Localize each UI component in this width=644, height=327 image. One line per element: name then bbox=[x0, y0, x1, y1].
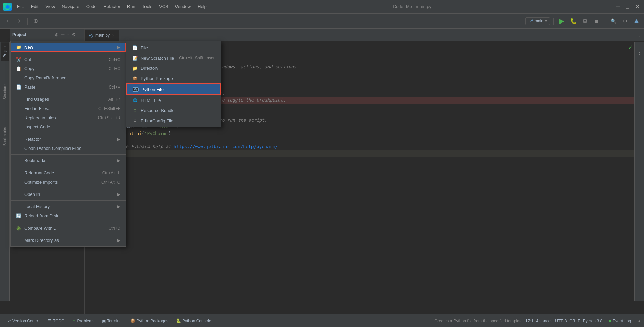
menu-view[interactable]: View bbox=[43, 3, 58, 11]
menu-help[interactable]: Help bbox=[195, 3, 210, 11]
minimize-button[interactable]: ─ bbox=[615, 3, 622, 10]
submenu-file-label: File bbox=[141, 45, 148, 50]
menu-item-paste[interactable]: 📄 Paste Ctrl+V bbox=[11, 82, 126, 92]
bookmarks-arrow: ▶ bbox=[117, 158, 120, 163]
copy-shortcut: Ctrl+C bbox=[109, 66, 120, 71]
menu-item-open-in[interactable]: Open In ▶ bbox=[11, 190, 126, 199]
menu-item-reformat[interactable]: Reformat Code Ctrl+Alt+L bbox=[11, 168, 126, 177]
menu-item-refactor[interactable]: Refactor ▶ bbox=[11, 135, 126, 144]
settings-button[interactable]: ⚙ bbox=[620, 16, 630, 26]
menu-item-copy[interactable]: 📋 Copy Ctrl+C bbox=[11, 64, 126, 73]
panel-sort-icon[interactable]: ↕ bbox=[67, 32, 70, 37]
menu-item-local-history[interactable]: Local History ▶ bbox=[11, 202, 126, 211]
event-log-button[interactable]: Event Log bbox=[605, 317, 634, 325]
toolbar-settings-button[interactable] bbox=[31, 16, 41, 26]
tab-mainpy[interactable]: Py main.py ✕ bbox=[85, 30, 119, 41]
coverage-button[interactable] bbox=[580, 16, 590, 26]
structure-tab[interactable]: Structure bbox=[1, 81, 9, 103]
version-control-tab[interactable]: ⎇ Version Control bbox=[3, 317, 44, 325]
search-everywhere-button[interactable]: 🔍 bbox=[609, 16, 618, 26]
submenu-item-editorconfig[interactable]: ⚙ EditorConfig File bbox=[126, 115, 221, 126]
menu-edit[interactable]: Edit bbox=[28, 3, 41, 11]
submenu-editorconfig-label: EditorConfig File bbox=[141, 118, 173, 123]
new-arrow: ▶ bbox=[117, 45, 120, 50]
menu-file[interactable]: File bbox=[14, 3, 27, 11]
menu-item-find-files[interactable]: Find in Files... Ctrl+Shift+F bbox=[11, 104, 126, 113]
find-files-label: Find in Files... bbox=[24, 106, 52, 111]
terminal-tab[interactable]: ▣ Terminal bbox=[98, 317, 126, 325]
menu-code[interactable]: Code bbox=[83, 3, 99, 11]
submenu-item-file[interactable]: 📄 File bbox=[126, 43, 221, 53]
toolbar-forward-button[interactable] bbox=[14, 16, 24, 26]
python-console-tab[interactable]: 🐍 Python Console bbox=[172, 317, 215, 325]
menu-item-reload-disk[interactable]: 🔄 Reload from Disk bbox=[11, 211, 126, 220]
python-packages-tab[interactable]: 📦 Python Packages bbox=[127, 317, 172, 325]
menu-window[interactable]: Window bbox=[172, 3, 194, 11]
left-side-tabs: Project Structure Bookmarks bbox=[0, 42, 10, 301]
close-button[interactable]: ✕ bbox=[634, 3, 641, 10]
menu-item-optimize-imports[interactable]: Optimize Imports Ctrl+Alt+O bbox=[11, 177, 126, 187]
project-panel-header: Project ⊕ ☰ ↕ ⚙ ─ bbox=[10, 29, 84, 41]
menu-item-inspect[interactable]: Inspect Code... bbox=[11, 122, 126, 131]
menu-item-copy-path[interactable]: Copy Path/Reference... bbox=[11, 73, 126, 82]
toolbar-expand-button[interactable] bbox=[43, 16, 52, 26]
updates-button[interactable] bbox=[632, 16, 641, 26]
maximize-button[interactable]: □ bbox=[624, 3, 631, 10]
copy-path-label: Copy Path/Reference... bbox=[24, 75, 70, 80]
todo-tab[interactable]: ☰ TODO bbox=[44, 317, 68, 325]
expand-status-icon[interactable]: ▲ bbox=[637, 318, 641, 323]
new-label: New bbox=[24, 45, 33, 50]
replace-files-shortcut: Ctrl+Shift+R bbox=[98, 115, 120, 120]
branch-icon: ⎇ bbox=[528, 19, 533, 24]
submenu-item-python-file[interactable]: Py Python File bbox=[126, 83, 221, 95]
menu-item-cut[interactable]: ✂️ Cut Ctrl+X bbox=[11, 55, 126, 64]
panel-minimize-icon[interactable]: ─ bbox=[78, 32, 81, 37]
tab-more-button[interactable]: ⋮ bbox=[637, 35, 644, 41]
menu-item-replace-files[interactable]: Replace in Files... Ctrl+Shift+R bbox=[11, 113, 126, 122]
menu-item-new[interactable]: 📁 New ▶ bbox=[11, 43, 126, 52]
panel-list-icon[interactable]: ☰ bbox=[61, 32, 65, 37]
version-control-label: Version Control bbox=[12, 318, 40, 323]
menu-item-find-usages[interactable]: Find Usages Alt+F7 bbox=[11, 95, 126, 104]
menu-tools[interactable]: Tools bbox=[139, 3, 155, 11]
problems-tab[interactable]: ⚠ Problems bbox=[69, 317, 98, 325]
menu-item-bookmarks[interactable]: Bookmarks ▶ bbox=[11, 156, 126, 165]
copy-icon: 📋 bbox=[16, 66, 21, 71]
compare-icon: ✳️ bbox=[16, 225, 21, 231]
stop-button[interactable]: ⏹ bbox=[592, 16, 601, 26]
editorconfig-icon: ⚙ bbox=[132, 118, 138, 124]
submenu-item-scratch[interactable]: 📝 New Scratch File Ctrl+Alt+Shift+Insert bbox=[126, 53, 221, 63]
toolbar-back-button[interactable] bbox=[3, 16, 12, 26]
compare-label: Compare With... bbox=[24, 225, 56, 231]
submenu-item-directory[interactable]: 📁 Directory bbox=[126, 63, 221, 73]
python-file-icon: Py bbox=[133, 86, 139, 92]
find-usages-label: Find Usages bbox=[24, 97, 49, 102]
problems-icon: ⚠ bbox=[72, 318, 76, 323]
todo-icon: ☰ bbox=[48, 318, 51, 323]
submenu-item-html[interactable]: 🌐 HTML File bbox=[126, 95, 221, 105]
menu-refactor[interactable]: Refactor bbox=[101, 3, 123, 11]
notifications-tab[interactable]: ⋮ bbox=[634, 45, 644, 59]
svg-marker-7 bbox=[634, 19, 639, 23]
title-bar: File Edit View Navigate Code Refactor Ru… bbox=[0, 0, 644, 14]
menu-item-mark-directory[interactable]: Mark Directory as ▶ bbox=[11, 236, 126, 245]
branch-name: main bbox=[535, 19, 543, 24]
menu-item-compare[interactable]: ✳️ Compare With... Ctrl+D bbox=[11, 223, 126, 233]
project-tab[interactable]: Project bbox=[1, 42, 9, 61]
tab-close-button[interactable]: ✕ bbox=[112, 34, 114, 37]
toolbar-separator-3 bbox=[605, 18, 605, 25]
mark-dir-arrow: ▶ bbox=[117, 238, 120, 243]
bookmarks-tab[interactable]: Bookmarks bbox=[1, 124, 9, 149]
cut-shortcut: Ctrl+X bbox=[109, 57, 120, 62]
menu-item-clean-compiled[interactable]: Clean Python Compiled Files bbox=[11, 144, 126, 153]
debug-button[interactable]: 🐛 bbox=[569, 16, 578, 26]
menu-navigate[interactable]: Navigate bbox=[59, 3, 82, 11]
menu-run[interactable]: Run bbox=[124, 3, 138, 11]
run-button[interactable]: ▶ bbox=[557, 16, 567, 26]
panel-settings-icon[interactable]: ⚙ bbox=[72, 32, 76, 37]
menu-vcs[interactable]: VCS bbox=[156, 3, 171, 11]
submenu-item-resource[interactable]: ⚙ Resource Bundle bbox=[126, 105, 221, 115]
branch-selector[interactable]: ⎇ main ▾ bbox=[525, 17, 550, 25]
submenu-item-python-package[interactable]: 📦 Python Package bbox=[126, 73, 221, 83]
panel-scope-icon[interactable]: ⊕ bbox=[55, 32, 59, 37]
